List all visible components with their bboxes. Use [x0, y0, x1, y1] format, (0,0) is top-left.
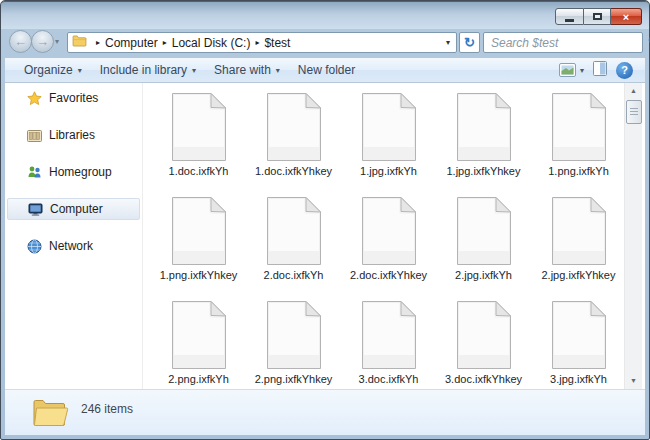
document-icon — [171, 300, 227, 370]
new-folder-label: New folder — [298, 63, 355, 77]
sidebar-label: Homegroup — [49, 165, 112, 179]
document-icon — [456, 196, 512, 266]
forward-icon: → — [36, 34, 49, 49]
star-icon — [27, 91, 42, 106]
file-item[interactable]: 3.jpg.ixfkYh — [531, 297, 626, 389]
back-icon: ← — [14, 34, 27, 49]
file-item[interactable]: 1.jpg.ixfkYh — [341, 89, 436, 193]
file-item[interactable]: 2.png.ixfkYhkey — [246, 297, 341, 389]
homegroup-icon — [27, 165, 42, 179]
file-item[interactable]: 3.doc.ixfkYhkey — [436, 297, 531, 389]
include-in-library-button[interactable]: Include in library ▾ — [91, 59, 205, 81]
scroll-down-button[interactable]: ▼ — [625, 373, 642, 389]
sidebar-item-computer[interactable]: Computer — [7, 198, 140, 220]
sidebar-item-favorites[interactable]: Favorites — [7, 87, 140, 109]
content-area: Favorites Libraries Homegroup Computer N… — [5, 83, 645, 389]
breadcrumb-current-folder[interactable]: $test — [264, 36, 290, 50]
scrollbar-thumb[interactable] — [626, 100, 642, 124]
document-icon — [361, 300, 417, 370]
back-button[interactable]: ← — [9, 30, 32, 53]
file-item[interactable]: 3.doc.ixfkYh — [341, 297, 436, 389]
file-name: 1.png.ixfkYhkey — [160, 269, 238, 281]
file-item[interactable]: 2.png.ixfkYh — [151, 297, 246, 389]
file-name: 1.jpg.ixfkYh — [360, 165, 417, 177]
items-count: 246 items — [81, 402, 133, 416]
organize-label: Organize — [24, 63, 73, 77]
new-folder-button[interactable]: New folder — [289, 59, 364, 81]
file-item[interactable]: 2.doc.ixfkYh — [246, 193, 341, 297]
folder-icon — [72, 35, 87, 50]
help-button[interactable]: ? — [616, 62, 633, 79]
file-name: 2.jpg.ixfkYh — [455, 269, 512, 281]
crumb-separator-icon: ▸ — [96, 38, 100, 47]
file-name: 3.doc.ixfkYhkey — [445, 373, 522, 385]
share-with-button[interactable]: Share with ▾ — [205, 59, 289, 81]
file-item[interactable]: 2.doc.ixfkYhkey — [341, 193, 436, 297]
window-controls: × — [555, 8, 642, 25]
organize-button[interactable]: Organize ▾ — [15, 59, 91, 81]
sidebar-label: Network — [49, 239, 93, 253]
details-pane: 246 items — [5, 389, 645, 435]
chevron-down-icon: ▾ — [192, 66, 196, 75]
help-icon: ? — [621, 64, 628, 76]
document-icon — [551, 196, 607, 266]
views-icon — [559, 63, 576, 77]
vertical-scrollbar[interactable]: ▲ ▼ — [624, 83, 642, 389]
scroll-up-button[interactable]: ▲ — [625, 83, 642, 99]
sidebar-item-libraries[interactable]: Libraries — [7, 124, 140, 146]
address-bar[interactable]: ▸ Computer ▸ Local Disk (C:) ▸ $test ▾ — [67, 32, 457, 53]
sidebar-item-network[interactable]: Network — [7, 235, 140, 257]
sidebar-item-homegroup[interactable]: Homegroup — [7, 161, 140, 183]
close-button[interactable]: × — [611, 8, 642, 25]
recent-pages-dropdown[interactable]: ▾ — [55, 37, 59, 46]
title-bar[interactable]: × — [1, 1, 649, 29]
sidebar-label: Libraries — [49, 128, 95, 142]
views-dropdown-icon: ▾ — [580, 66, 584, 75]
share-with-label: Share with — [214, 63, 271, 77]
breadcrumb-computer[interactable]: Computer — [105, 36, 158, 50]
document-icon — [456, 300, 512, 370]
document-icon — [266, 92, 322, 162]
minimize-button[interactable] — [555, 8, 584, 25]
views-button[interactable]: ▾ — [559, 63, 584, 77]
preview-pane-button[interactable] — [593, 61, 607, 79]
document-icon — [171, 196, 227, 266]
document-icon — [361, 196, 417, 266]
maximize-icon — [593, 13, 602, 20]
network-icon — [27, 239, 42, 254]
file-item[interactable]: 1.png.ixfkYhkey — [151, 193, 246, 297]
chevron-down-icon: ▾ — [276, 66, 280, 75]
computer-icon — [28, 203, 43, 216]
navigation-bar: ← → ▾ ▸ Computer ▸ Local Disk (C:) ▸ $te… — [5, 28, 645, 58]
file-name: 1.doc.ixfkYh — [169, 165, 229, 177]
file-name: 3.jpg.ixfkYh — [550, 373, 607, 385]
sidebar-label: Computer — [50, 202, 103, 216]
file-item[interactable]: 2.jpg.ixfkYhkey — [531, 193, 626, 297]
search-input[interactable] — [484, 36, 648, 50]
search-box — [483, 32, 643, 53]
breadcrumb-local-disk[interactable]: Local Disk (C:) — [172, 36, 251, 50]
document-icon — [551, 92, 607, 162]
refresh-button[interactable]: ↻ — [459, 32, 480, 53]
file-item[interactable]: 1.doc.ixfkYh — [151, 89, 246, 193]
file-item[interactable]: 1.png.ixfkYh — [531, 89, 626, 193]
library-icon — [27, 128, 42, 142]
file-item[interactable]: 1.doc.ixfkYhkey — [246, 89, 341, 193]
file-name: 2.png.ixfkYh — [168, 373, 229, 385]
document-icon — [266, 196, 322, 266]
document-icon — [266, 300, 322, 370]
scroll-down-icon: ▼ — [630, 377, 637, 384]
sidebar-label: Favorites — [49, 91, 98, 105]
document-icon — [551, 300, 607, 370]
document-icon — [456, 92, 512, 162]
file-name: 2.doc.ixfkYhkey — [350, 269, 427, 281]
minimize-icon — [565, 19, 574, 22]
refresh-icon: ↻ — [464, 35, 475, 50]
forward-button[interactable]: → — [31, 30, 54, 53]
file-item[interactable]: 1.jpg.ixfkYhkey — [436, 89, 531, 193]
document-icon — [171, 92, 227, 162]
command-toolbar: Organize ▾ Include in library ▾ Share wi… — [5, 58, 645, 83]
file-item[interactable]: 2.jpg.ixfkYh — [436, 193, 531, 297]
address-dropdown-icon[interactable]: ▾ — [446, 38, 450, 47]
maximize-button[interactable] — [584, 8, 611, 25]
